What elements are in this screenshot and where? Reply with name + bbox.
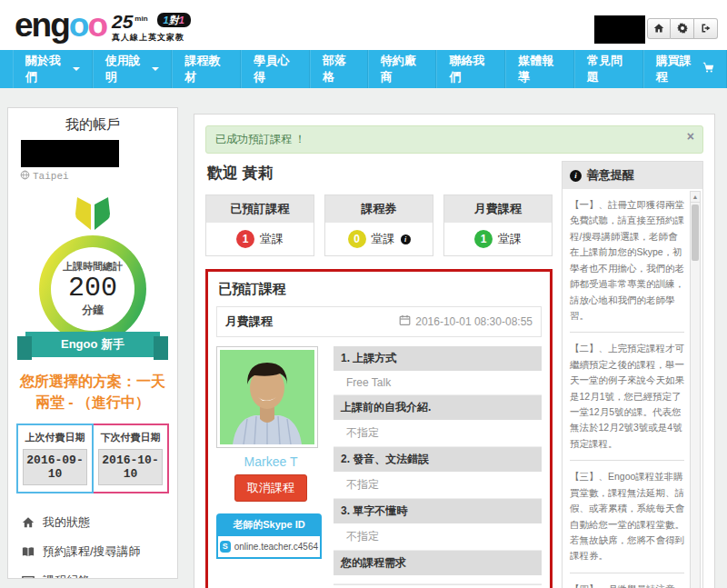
main-navbar: 關於我們 使用說明 課程教材 學員心得 部落格 特約廠商 聯絡我們 媒體報導 常… xyxy=(0,50,727,88)
reminder-paragraph: 【二】、上完預定課程才可繼續預定之後的課程，舉一天一堂的例子來說今天如果是12月… xyxy=(570,341,684,452)
logo-min: min xyxy=(134,15,147,23)
card-lesson-coupons: 課程券 0 堂課 i xyxy=(324,194,433,256)
booked-panel-title: 已預訂課程 xyxy=(218,281,542,298)
card-title: 月費課程 xyxy=(444,195,552,223)
globe-icon xyxy=(20,170,30,183)
home-button[interactable] xyxy=(647,18,671,39)
logo-25: 25 xyxy=(112,13,133,31)
welcome-heading: 歡迎 黃莉 xyxy=(207,163,553,184)
teacher-photo xyxy=(216,346,318,448)
detail-question: 3. 單字不懂時 xyxy=(334,499,542,523)
skype-id-value: online.teacher.c4564 xyxy=(234,542,318,552)
reminder-header: i 善意提醒 xyxy=(563,162,702,189)
beginner-badge-icon xyxy=(74,195,112,232)
picture-icon xyxy=(21,573,35,579)
page: engoo 25 min 1對1 真人線上英文家教 關 xyxy=(0,0,727,588)
nav-faq[interactable]: 常見問題 xyxy=(574,50,643,88)
success-alert: 已成功預訂課程 ！ × xyxy=(205,125,703,154)
nav-buy-lessons[interactable]: 購買課程 xyxy=(643,50,727,88)
detail-answer xyxy=(334,575,542,584)
location-label: Taipei xyxy=(33,171,69,182)
card-unit: 堂課 xyxy=(372,231,395,247)
logo[interactable]: engoo 25 min 1對1 真人線上英文家教 xyxy=(15,7,191,44)
logo-wordmark: engoo xyxy=(15,7,106,44)
lesson-type: 月費課程 xyxy=(225,314,273,330)
card-unit: 堂課 xyxy=(498,231,522,247)
main-content-panel: 已成功預訂課程 ！ × 歡迎 黃莉 已預訂課程 1 堂課 課程券 xyxy=(194,114,715,588)
lesson-details-table: 1. 上課方式 Free Talk 上課前的自我介紹. 不指定 2. 發音、文法… xyxy=(334,346,542,585)
booked-lesson-annotation-box: 已預訂課程 月費課程 2016-10-01 08:30-08:55 xyxy=(205,269,553,588)
card-title: 課程券 xyxy=(325,195,433,223)
home-icon xyxy=(653,21,664,37)
info-icon: i xyxy=(570,170,582,182)
logo-o-blue: o xyxy=(69,6,88,44)
nav-testimonials[interactable]: 學員心得 xyxy=(241,50,310,88)
next-payment-label: 下次付費日期 xyxy=(98,431,163,444)
lesson-time-ring: 上課時間總計 200 分鐘 xyxy=(39,235,146,343)
user-location: Taipei xyxy=(20,170,177,183)
reminder-paragraph: 【三】、Engoo課程並非購買堂數，課程無法延期、請假、或著累積，系統每天會自動… xyxy=(570,469,684,564)
next-payment-box: 下次付費日期 2016-10-10 xyxy=(94,424,169,493)
redacted-user-name xyxy=(21,140,119,167)
gear-icon xyxy=(677,21,688,37)
card-monthly-lessons: 月費課程 1 堂課 xyxy=(443,194,553,256)
logout-icon xyxy=(701,21,712,37)
detail-answer: 不指定 xyxy=(334,420,542,447)
last-payment-box: 上次付費日期 2016-09-10 xyxy=(16,424,94,493)
cancel-lesson-button[interactable]: 取消課程 xyxy=(234,474,307,502)
nav-media[interactable]: 媒體報導 xyxy=(505,50,574,88)
home-icon xyxy=(21,515,35,530)
sidebar-menu: 我的狀態 預約課程/搜尋講師 課程紀錄 我學到的單字 教材 ★ 我的講師名單 xyxy=(21,508,177,579)
nav-partners[interactable]: 特約廠商 xyxy=(368,50,437,88)
detail-question: 1. 上課方式 xyxy=(334,346,542,371)
detail-question: 您的課程需求 xyxy=(334,551,542,575)
calendar-icon xyxy=(399,314,411,329)
redacted-username xyxy=(594,15,645,44)
teacher-name[interactable]: Markee T xyxy=(216,454,325,469)
close-icon[interactable]: × xyxy=(687,130,694,143)
account-sidebar: 我的帳戶 Taipei 上課時間總計 200 分鐘 Engoo 新手 您所選擇的… xyxy=(7,107,178,579)
badge-1on1: 1對1 xyxy=(157,13,191,27)
rank-ribbon: Engoo 新手 xyxy=(25,332,160,357)
count-badge: 1 xyxy=(236,230,254,248)
nav-contact[interactable]: 聯絡我們 xyxy=(436,50,505,88)
divider xyxy=(570,460,684,461)
sidebar-item-my-status[interactable]: 我的狀態 xyxy=(21,508,177,537)
settings-button[interactable] xyxy=(671,18,694,39)
sidebar-item-book-lesson[interactable]: 預約課程/搜尋講師 xyxy=(21,537,177,566)
nav-about[interactable]: 關於我們 xyxy=(13,50,93,88)
scrollbar-thumb[interactable] xyxy=(692,204,699,261)
logo-subblock: 25 min 1對1 真人線上英文家教 xyxy=(112,7,191,44)
main-left-column: 歡迎 黃莉 已預訂課程 1 堂課 課程券 0 堂課 xyxy=(205,161,553,588)
sidebar-item-lesson-history[interactable]: 課程紀錄 xyxy=(21,566,177,579)
payment-dates: 上次付費日期 2016-09-10 下次付費日期 2016-10-10 xyxy=(16,424,169,493)
reminder-paragraph: 【一】、註冊立即獲得兩堂免費試聽，請直接至預約課程/搜尋講師選課，老師會在上課前… xyxy=(570,197,684,324)
ring-unit: 分鐘 xyxy=(82,303,104,318)
nav-blog[interactable]: 部落格 xyxy=(310,50,368,88)
next-payment-date: 2016-10-10 xyxy=(98,449,163,485)
ring-value: 200 xyxy=(68,274,117,303)
last-payment-label: 上次付費日期 xyxy=(23,431,87,444)
card-title: 已預訂課程 xyxy=(206,195,314,223)
lesson-datetime: 2016-10-01 08:30-08:55 xyxy=(399,314,533,329)
book-icon xyxy=(21,544,35,559)
last-payment-date: 2016-09-10 xyxy=(23,449,87,485)
top-header: engoo 25 min 1對1 真人線上英文家教 xyxy=(0,0,727,50)
alert-message: 已成功預訂課程 ！ xyxy=(215,133,305,145)
card-unit: 堂課 xyxy=(260,231,284,247)
lesson-type-row: 月費課程 2016-10-01 08:30-08:55 xyxy=(216,306,542,337)
sidebar-title: 我的帳戶 xyxy=(8,116,177,134)
skype-id-value-box: S online.teacher.c4564 xyxy=(216,536,322,559)
friendly-reminder-panel: i 善意提醒 【一】、註冊立即獲得兩堂免費試聽，請直接至預約課程/搜尋講師選課，… xyxy=(562,161,703,588)
nav-materials[interactable]: 課程教材 xyxy=(172,50,241,88)
info-icon[interactable]: i xyxy=(401,234,411,244)
summary-cards: 已預訂課程 1 堂課 課程券 0 堂課 i xyxy=(205,194,553,256)
scrollbar[interactable]: ▲ xyxy=(690,191,701,588)
scroll-up-arrow[interactable]: ▲ xyxy=(691,192,700,203)
reminder-title: 善意提醒 xyxy=(587,167,634,184)
detail-answer: 不指定 xyxy=(334,523,542,551)
divider xyxy=(570,332,684,333)
detail-question: 2. 發音、文法錯誤 xyxy=(334,447,542,472)
logout-button[interactable] xyxy=(694,18,718,39)
nav-howto[interactable]: 使用說明 xyxy=(93,50,173,88)
